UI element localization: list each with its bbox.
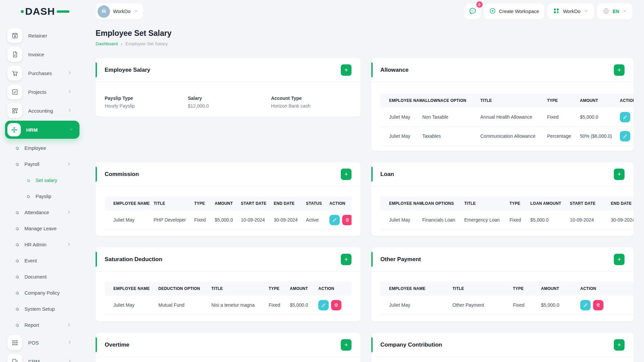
column-header: END DATE [611,196,634,210]
add-overtime-button[interactable]: + [341,339,352,351]
sidebar-subitem-attendance[interactable]: Attendance [7,204,82,221]
add-other-payment-button[interactable]: + [614,254,625,265]
column-header: TYPE [509,196,530,210]
field-label: Payslip Type [105,96,188,101]
globe-icon [602,7,610,16]
delete-button[interactable] [593,300,603,310]
messages-badge: 0 [476,1,483,8]
table-cell: Financials Loan [422,210,464,230]
app-logo[interactable]: DASH [21,6,69,17]
bullet-icon [26,178,31,183]
sidebar-subitem-label: Payroll [24,162,39,167]
card-title: Other Payment [380,256,421,263]
table-cell: Juliet May [380,296,452,315]
sidebar-item-retainer[interactable]: Retainer [7,26,82,45]
table-cell: Emergency Loan [464,210,509,230]
workspace-selector[interactable]: WorkDo [96,3,143,19]
table-cell: Taxables [422,127,480,146]
cart-icon [7,66,22,80]
table-cell: 10-09-2024 [570,210,611,230]
salary-field: Payslip Type Hourly Payslip [105,96,188,109]
loan-card: Loan + EMPLOYEE NAMELOAN OPTIONSTITLETYP… [371,162,634,236]
workspace-avatar [98,5,110,18]
sidebar-item-hrm[interactable]: HRM [5,121,79,139]
sidebar-item-projects[interactable]: Projects [7,82,82,101]
add-company-contribution-button[interactable]: + [614,339,625,351]
column-header: TITLE [464,196,509,210]
sidebar-item-pos[interactable]: POS [7,333,82,352]
allowance-table: EMPLOYEE NAMEALLOWNACE OPTIONTITLETYPEAM… [380,94,634,146]
sidebar-subitem-system-setup[interactable]: System Setup [7,301,82,317]
column-header: ACTION [620,94,634,108]
edit-button[interactable] [620,112,630,122]
language-selector[interactable]: EN [597,3,633,19]
create-workspace-button[interactable]: Create Workspace [484,3,545,19]
messages-button[interactable]: 0 [465,3,481,19]
sidebar-subitem-manage-leave[interactable]: Manage Leave [7,221,82,237]
add-loan-button[interactable]: + [614,169,625,180]
bullet-icon [15,323,19,327]
column-header: AMOUNT [541,282,580,296]
column-header: ACTION [580,282,634,296]
delete-button[interactable] [342,215,352,225]
add-saturation-deduction-button[interactable]: + [341,254,352,265]
sidebar-item-purchases[interactable]: Purchases [7,64,82,82]
action-cell [318,296,352,315]
table-cell: 10-09-2024 [241,210,274,230]
table-cell: Fixed [269,296,290,315]
breadcrumb-current: Employee Set Salary [125,41,168,46]
column-header: TITLE [211,282,269,296]
sidebar-subitem-hr-admin[interactable]: HR Admin [7,237,82,253]
sidebar-subitem-set-salary[interactable]: Set salary [7,172,82,188]
sidebar-item-invoice[interactable]: Invoice [7,45,82,64]
chevron-down-icon [584,8,589,14]
edit-button[interactable] [620,131,630,141]
column-header: AMOUNT [215,196,241,210]
column-header: TYPE [269,282,290,296]
sidebar-item-crm[interactable]: CRM [7,352,82,362]
breadcrumb-dashboard-link[interactable]: Dashboard [96,41,118,46]
sidebar-subitem-document[interactable]: Document [7,269,82,285]
sidebar-subitem-payslip[interactable]: Payslip [7,188,82,204]
action-cell [329,210,352,230]
page-title: Employee Set Salary [96,29,634,38]
table-row: Juliet MayMutual FundNisi a tenetur magn… [105,296,352,315]
breadcrumb: Dashboard › Employee Set Salary [96,41,634,47]
logo-dot-icon [21,10,24,13]
bullet-icon [26,194,31,199]
table-cell: $5,000.0 [290,296,318,315]
column-header: STATUS [306,196,329,210]
sidebar-subitem-payroll[interactable]: Payroll [7,156,82,172]
delete-button[interactable] [331,300,341,310]
sidebar-subitem-report[interactable]: Report [7,317,82,333]
edit-button[interactable] [580,300,591,310]
table-cell: Fixed [513,296,541,315]
add-employee-salary-button[interactable]: + [341,64,352,76]
sidebar-subitem-company-policy[interactable]: Company Policy [7,285,82,301]
bullet-icon [15,259,19,263]
edit-button[interactable] [329,215,340,225]
table-cell: Nisi a tenetur magna [211,296,269,315]
column-header: EMPLOYEE NAME [380,282,452,296]
table-cell: 30-09-2024 [274,210,306,230]
column-header: TITLE [452,282,513,296]
logo-dash-icon [57,10,69,13]
saturation-deduction-card: Saturation Deduction + EMPLOYEE NAMEDEDU… [96,247,361,321]
add-allowance-button[interactable]: + [614,64,625,76]
column-header: TYPE [194,196,215,210]
bullet-icon [15,291,19,295]
column-header: START DATE [241,196,274,210]
add-commission-button[interactable]: + [341,169,352,180]
bullet-icon [15,162,19,167]
card-title: Saturation Deduction [105,256,162,263]
app-switcher-button[interactable]: WorkDo [547,3,594,19]
workspace-name: WorkDo [113,9,130,14]
sidebar-subitem-label: Attendance [24,210,49,215]
table-cell: Juliet May [105,296,158,315]
sidebar-subitem-event[interactable]: Event [7,253,82,269]
sidebar-subitem-employee[interactable]: Employee [7,140,82,156]
sidebar-item-accounting[interactable]: Accounting [7,101,82,120]
edit-button[interactable] [318,300,329,310]
field-label: Account Type [271,96,352,101]
saturation-deduction-table: EMPLOYEE NAMEDEDUCTION OPTIONTITLETYPEAM… [105,282,352,315]
